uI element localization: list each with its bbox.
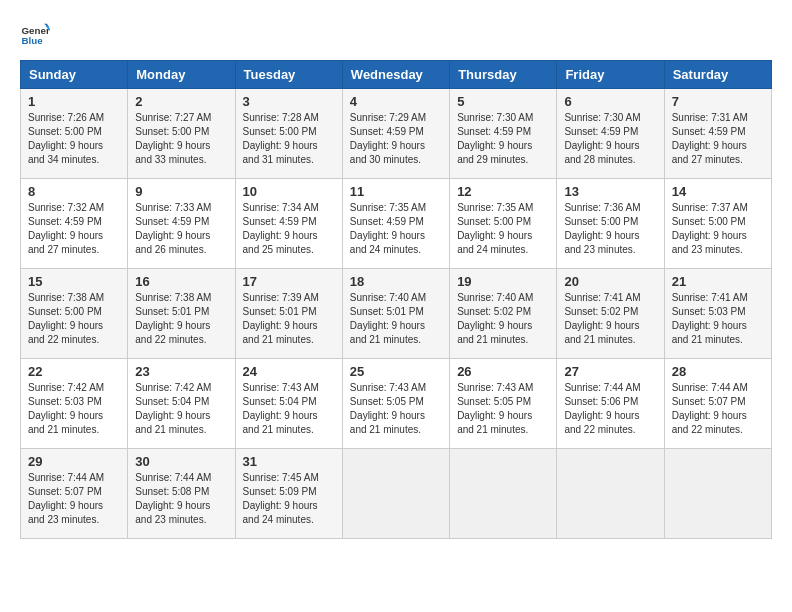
day-number: 26 xyxy=(457,364,549,379)
day-detail: Sunrise: 7:35 AMSunset: 4:59 PMDaylight:… xyxy=(350,202,426,255)
day-number: 5 xyxy=(457,94,549,109)
svg-text:Blue: Blue xyxy=(22,35,44,46)
header-cell-sunday: Sunday xyxy=(21,61,128,89)
day-detail: Sunrise: 7:27 AMSunset: 5:00 PMDaylight:… xyxy=(135,112,211,165)
day-detail: Sunrise: 7:34 AMSunset: 4:59 PMDaylight:… xyxy=(243,202,319,255)
calendar-cell: 22Sunrise: 7:42 AMSunset: 5:03 PMDayligh… xyxy=(21,359,128,449)
day-detail: Sunrise: 7:40 AMSunset: 5:01 PMDaylight:… xyxy=(350,292,426,345)
day-number: 13 xyxy=(564,184,656,199)
day-number: 19 xyxy=(457,274,549,289)
day-number: 24 xyxy=(243,364,335,379)
day-detail: Sunrise: 7:38 AMSunset: 5:00 PMDaylight:… xyxy=(28,292,104,345)
day-number: 16 xyxy=(135,274,227,289)
calendar-cell: 17Sunrise: 7:39 AMSunset: 5:01 PMDayligh… xyxy=(235,269,342,359)
calendar-week-4: 22Sunrise: 7:42 AMSunset: 5:03 PMDayligh… xyxy=(21,359,772,449)
header-cell-friday: Friday xyxy=(557,61,664,89)
day-detail: Sunrise: 7:42 AMSunset: 5:03 PMDaylight:… xyxy=(28,382,104,435)
header-cell-saturday: Saturday xyxy=(664,61,771,89)
calendar-cell: 30Sunrise: 7:44 AMSunset: 5:08 PMDayligh… xyxy=(128,449,235,539)
header-cell-tuesday: Tuesday xyxy=(235,61,342,89)
calendar-week-5: 29Sunrise: 7:44 AMSunset: 5:07 PMDayligh… xyxy=(21,449,772,539)
day-number: 8 xyxy=(28,184,120,199)
calendar-cell: 29Sunrise: 7:44 AMSunset: 5:07 PMDayligh… xyxy=(21,449,128,539)
day-detail: Sunrise: 7:31 AMSunset: 4:59 PMDaylight:… xyxy=(672,112,748,165)
day-detail: Sunrise: 7:40 AMSunset: 5:02 PMDaylight:… xyxy=(457,292,533,345)
calendar-cell: 31Sunrise: 7:45 AMSunset: 5:09 PMDayligh… xyxy=(235,449,342,539)
calendar-cell: 11Sunrise: 7:35 AMSunset: 4:59 PMDayligh… xyxy=(342,179,449,269)
day-number: 15 xyxy=(28,274,120,289)
calendar-cell xyxy=(342,449,449,539)
calendar-table: SundayMondayTuesdayWednesdayThursdayFrid… xyxy=(20,60,772,539)
calendar-week-3: 15Sunrise: 7:38 AMSunset: 5:00 PMDayligh… xyxy=(21,269,772,359)
calendar-cell: 8Sunrise: 7:32 AMSunset: 4:59 PMDaylight… xyxy=(21,179,128,269)
day-detail: Sunrise: 7:43 AMSunset: 5:05 PMDaylight:… xyxy=(457,382,533,435)
day-detail: Sunrise: 7:37 AMSunset: 5:00 PMDaylight:… xyxy=(672,202,748,255)
calendar-cell: 4Sunrise: 7:29 AMSunset: 4:59 PMDaylight… xyxy=(342,89,449,179)
day-number: 1 xyxy=(28,94,120,109)
day-number: 3 xyxy=(243,94,335,109)
calendar-cell: 15Sunrise: 7:38 AMSunset: 5:00 PMDayligh… xyxy=(21,269,128,359)
day-number: 9 xyxy=(135,184,227,199)
day-number: 10 xyxy=(243,184,335,199)
day-number: 2 xyxy=(135,94,227,109)
day-number: 18 xyxy=(350,274,442,289)
day-detail: Sunrise: 7:32 AMSunset: 4:59 PMDaylight:… xyxy=(28,202,104,255)
calendar-cell: 26Sunrise: 7:43 AMSunset: 5:05 PMDayligh… xyxy=(450,359,557,449)
calendar-cell: 18Sunrise: 7:40 AMSunset: 5:01 PMDayligh… xyxy=(342,269,449,359)
calendar-cell: 12Sunrise: 7:35 AMSunset: 5:00 PMDayligh… xyxy=(450,179,557,269)
day-detail: Sunrise: 7:39 AMSunset: 5:01 PMDaylight:… xyxy=(243,292,319,345)
day-number: 7 xyxy=(672,94,764,109)
day-number: 4 xyxy=(350,94,442,109)
header-row: SundayMondayTuesdayWednesdayThursdayFrid… xyxy=(21,61,772,89)
calendar-cell: 25Sunrise: 7:43 AMSunset: 5:05 PMDayligh… xyxy=(342,359,449,449)
calendar-cell xyxy=(557,449,664,539)
day-number: 23 xyxy=(135,364,227,379)
day-number: 14 xyxy=(672,184,764,199)
day-detail: Sunrise: 7:45 AMSunset: 5:09 PMDaylight:… xyxy=(243,472,319,525)
header: General Blue xyxy=(20,20,772,50)
day-detail: Sunrise: 7:29 AMSunset: 4:59 PMDaylight:… xyxy=(350,112,426,165)
calendar-cell: 2Sunrise: 7:27 AMSunset: 5:00 PMDaylight… xyxy=(128,89,235,179)
calendar-cell xyxy=(664,449,771,539)
calendar-cell xyxy=(450,449,557,539)
day-number: 12 xyxy=(457,184,549,199)
day-number: 30 xyxy=(135,454,227,469)
day-detail: Sunrise: 7:44 AMSunset: 5:07 PMDaylight:… xyxy=(672,382,748,435)
day-detail: Sunrise: 7:35 AMSunset: 5:00 PMDaylight:… xyxy=(457,202,533,255)
calendar-cell: 13Sunrise: 7:36 AMSunset: 5:00 PMDayligh… xyxy=(557,179,664,269)
day-detail: Sunrise: 7:41 AMSunset: 5:03 PMDaylight:… xyxy=(672,292,748,345)
day-detail: Sunrise: 7:41 AMSunset: 5:02 PMDaylight:… xyxy=(564,292,640,345)
day-detail: Sunrise: 7:30 AMSunset: 4:59 PMDaylight:… xyxy=(457,112,533,165)
day-number: 22 xyxy=(28,364,120,379)
calendar-cell: 5Sunrise: 7:30 AMSunset: 4:59 PMDaylight… xyxy=(450,89,557,179)
day-detail: Sunrise: 7:42 AMSunset: 5:04 PMDaylight:… xyxy=(135,382,211,435)
calendar-cell: 28Sunrise: 7:44 AMSunset: 5:07 PMDayligh… xyxy=(664,359,771,449)
header-cell-monday: Monday xyxy=(128,61,235,89)
day-number: 28 xyxy=(672,364,764,379)
calendar-cell: 7Sunrise: 7:31 AMSunset: 4:59 PMDaylight… xyxy=(664,89,771,179)
calendar-cell: 23Sunrise: 7:42 AMSunset: 5:04 PMDayligh… xyxy=(128,359,235,449)
calendar-week-2: 8Sunrise: 7:32 AMSunset: 4:59 PMDaylight… xyxy=(21,179,772,269)
logo-icon: General Blue xyxy=(20,20,50,50)
logo: General Blue xyxy=(20,20,54,50)
day-number: 27 xyxy=(564,364,656,379)
day-number: 25 xyxy=(350,364,442,379)
calendar-cell: 3Sunrise: 7:28 AMSunset: 5:00 PMDaylight… xyxy=(235,89,342,179)
calendar-cell: 19Sunrise: 7:40 AMSunset: 5:02 PMDayligh… xyxy=(450,269,557,359)
calendar-week-1: 1Sunrise: 7:26 AMSunset: 5:00 PMDaylight… xyxy=(21,89,772,179)
calendar-cell: 1Sunrise: 7:26 AMSunset: 5:00 PMDaylight… xyxy=(21,89,128,179)
day-number: 6 xyxy=(564,94,656,109)
day-detail: Sunrise: 7:43 AMSunset: 5:05 PMDaylight:… xyxy=(350,382,426,435)
calendar-cell: 14Sunrise: 7:37 AMSunset: 5:00 PMDayligh… xyxy=(664,179,771,269)
calendar-cell: 10Sunrise: 7:34 AMSunset: 4:59 PMDayligh… xyxy=(235,179,342,269)
calendar-cell: 20Sunrise: 7:41 AMSunset: 5:02 PMDayligh… xyxy=(557,269,664,359)
calendar-cell: 9Sunrise: 7:33 AMSunset: 4:59 PMDaylight… xyxy=(128,179,235,269)
day-number: 21 xyxy=(672,274,764,289)
day-detail: Sunrise: 7:44 AMSunset: 5:06 PMDaylight:… xyxy=(564,382,640,435)
day-detail: Sunrise: 7:38 AMSunset: 5:01 PMDaylight:… xyxy=(135,292,211,345)
day-detail: Sunrise: 7:43 AMSunset: 5:04 PMDaylight:… xyxy=(243,382,319,435)
day-number: 11 xyxy=(350,184,442,199)
calendar-cell: 21Sunrise: 7:41 AMSunset: 5:03 PMDayligh… xyxy=(664,269,771,359)
header-cell-wednesday: Wednesday xyxy=(342,61,449,89)
day-detail: Sunrise: 7:26 AMSunset: 5:00 PMDaylight:… xyxy=(28,112,104,165)
